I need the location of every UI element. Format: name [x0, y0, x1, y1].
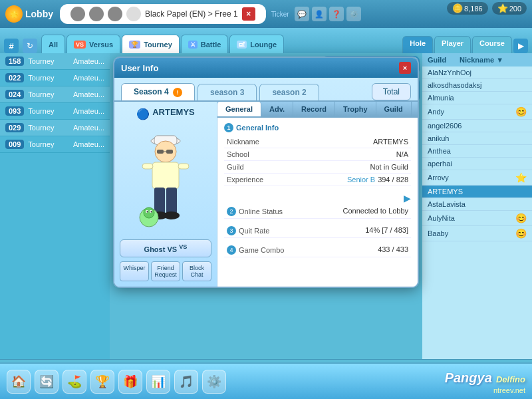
list-item[interactable]: 093 Tourney Amateu... — [0, 103, 110, 120]
lobby-num: 093 — [5, 106, 24, 116]
taskbar-refresh-icon[interactable]: 🔄 — [35, 370, 59, 394]
nav-more-arrow[interactable]: ▶ — [513, 39, 528, 53]
school-label: School — [227, 150, 280, 158]
nav-hash-button[interactable]: # — [4, 39, 19, 53]
guild-nick: aperhai — [428, 160, 527, 168]
guild-nick: angel2606 — [428, 122, 527, 130]
record-tab[interactable]: Record — [293, 102, 335, 116]
lobby-level: Amateu... — [73, 140, 104, 148]
guild-member-row[interactable]: Baaby 😊 — [422, 226, 532, 241]
modal-close-button[interactable]: × — [399, 62, 411, 74]
game-combo-label-area: 4 Game Combo — [227, 245, 318, 255]
taskbar-home-icon[interactable]: 🏠 — [7, 370, 31, 394]
total-button[interactable]: Total — [372, 83, 411, 100]
lobby-level: Amateu... — [73, 74, 104, 82]
nav-tab-tourney[interactable]: 🏆 Tourney — [122, 35, 180, 53]
lounge-badge: 🛋 — [237, 41, 247, 49]
window-close-button[interactable]: × — [242, 7, 255, 21]
general-tab[interactable]: General — [217, 102, 261, 116]
chat-icon[interactable]: 💬 — [295, 7, 309, 21]
trophy-tab[interactable]: Trophy — [335, 102, 376, 116]
general-info-header: 1 General Info — [224, 123, 411, 132]
guild-nick: AstaLavista — [428, 200, 527, 208]
sort-icon[interactable]: ▼ — [496, 56, 503, 64]
adv-tab[interactable]: Adv. — [261, 102, 293, 116]
player-tab[interactable]: Player — [434, 36, 471, 53]
guild-tab[interactable]: Guild — [376, 102, 412, 116]
nav-refresh-button[interactable]: ↻ — [23, 39, 37, 53]
season4-tab[interactable]: Season 4 ! — [121, 83, 195, 100]
stars-display: ⭐ 200 — [492, 2, 527, 15]
help-icon[interactable]: ❓ — [329, 7, 344, 21]
guild-member-row-highlighted[interactable]: ARTEMYS — [422, 186, 532, 198]
guild-member-row[interactable]: aperhai — [422, 158, 532, 170]
tourney-label: Tourney — [144, 41, 172, 49]
lobby-level: Amateu... — [73, 124, 104, 132]
block-chat-button[interactable]: Block Chat — [182, 261, 211, 281]
guild-member-row[interactable]: angel2606 — [422, 120, 532, 132]
list-item[interactable]: 024 Tourney Amateu... — [0, 86, 110, 103]
guild-badge: ⭐ — [515, 172, 527, 183]
settings-icon[interactable]: ⚙️ — [346, 7, 361, 21]
guild-member-row[interactable]: alkosdhasodaksj — [422, 79, 532, 92]
svg-rect-7 — [152, 162, 179, 189]
season3-tab[interactable]: season 3 — [198, 84, 257, 100]
guild-nick: AulyNita — [428, 214, 515, 222]
guild-member-row[interactable]: AlaNzYnhOoj — [422, 66, 532, 79]
nav-tab-versus[interactable]: VS Versus — [66, 35, 120, 53]
pangya-sub: ntreev.net — [493, 386, 525, 394]
nav-tab-all[interactable]: All — [41, 35, 65, 53]
nav-tab-battle[interactable]: ⚔ Battle — [181, 35, 229, 53]
taskbar-golf-icon[interactable]: ⛳ — [63, 370, 86, 394]
list-item[interactable]: 022 Tourney Amateu... — [0, 70, 110, 86]
guild-badge: 😊 — [515, 228, 527, 239]
avatar-mini-4 — [126, 7, 141, 21]
guild-member-row[interactable]: anikuh — [422, 132, 532, 145]
all-label: All — [49, 41, 58, 49]
game-combo-row: 4 Game Combo 433 / 433 — [224, 243, 411, 257]
guild-member-row[interactable]: AstaLavista — [422, 198, 532, 211]
list-item[interactable]: 158 Tourney Amateu... — [0, 53, 110, 70]
cursor-icon: ▶ — [404, 193, 411, 203]
lobby-type: Tourney — [28, 57, 69, 65]
versus-label: Versus — [89, 41, 113, 49]
center-area: te om ▶ Quick Start User Info × Season 4 — [110, 53, 422, 359]
lobby-type: Tourney — [28, 140, 69, 148]
guild-nick: Arrovy — [428, 174, 515, 182]
list-item[interactable]: 029 Tourney Amateu... — [0, 120, 110, 136]
quit-rate-label: Quit Rate — [239, 227, 292, 235]
friends-icon[interactable]: 👤 — [312, 7, 327, 21]
guild-member-row[interactable]: Anthea — [422, 145, 532, 158]
star-icon: ⭐ — [497, 3, 508, 13]
taskbar-trophy-icon[interactable]: 🏆 — [90, 370, 114, 394]
lounge-label: Lounge — [250, 41, 277, 49]
experience-rank: Senior B — [280, 176, 375, 184]
hole-tab[interactable]: Hole — [402, 36, 433, 53]
list-item[interactable]: 009 Tourney Amateu... — [0, 136, 110, 153]
online-status-label-area: 2 Online Status — [227, 207, 318, 216]
app-title: Lobby — [25, 9, 53, 19]
season2-tab[interactable]: season 2 — [259, 84, 319, 100]
logo-icon: 🌟 — [5, 5, 23, 23]
guild-member-row[interactable]: Arrovy ⭐ — [422, 170, 532, 186]
guild-member-row[interactable]: Andy 😊 — [422, 104, 532, 120]
taskbar-settings-icon[interactable]: ⚙️ — [202, 370, 226, 394]
nav-tab-lounge[interactable]: 🛋 Lounge — [229, 35, 284, 53]
svg-rect-11 — [166, 188, 177, 214]
modal-overlay: User Info × Season 4 ! season 3 season 2 — [110, 53, 422, 359]
course-tab[interactable]: Course — [472, 36, 512, 53]
taskbar-stats-icon[interactable]: 📊 — [146, 370, 170, 394]
taskbar-shop-icon[interactable]: 🎁 — [118, 370, 142, 394]
lobby-num: 022 — [5, 73, 24, 82]
online-status-value: Connected to Lobby — [318, 207, 409, 216]
lobby-num: 009 — [5, 140, 24, 149]
quit-rate-section: 3 Quit Rate 14% [7 / 483] — [224, 224, 411, 238]
guild-member-row[interactable]: AulyNita 😊 — [422, 211, 532, 226]
ghost-vs-button[interactable]: Ghost VS VS — [120, 239, 211, 257]
svg-rect-10 — [154, 188, 165, 214]
char-name: ARTEMYS — [152, 107, 195, 117]
guild-member-row[interactable]: Almunia — [422, 92, 532, 104]
taskbar-music-icon[interactable]: 🎵 — [174, 370, 198, 394]
friend-request-button[interactable]: Friend Request — [151, 261, 180, 281]
whisper-button[interactable]: Whisper — [120, 261, 149, 281]
